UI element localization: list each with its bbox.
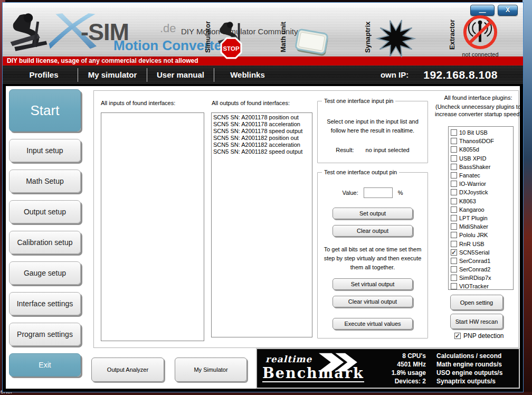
- sidebar-button[interactable]: Gauge setup: [9, 261, 81, 285]
- plugin-list-item[interactable]: SerConrad2: [451, 265, 513, 274]
- system-stat: 4501 MHz: [372, 360, 426, 369]
- menu-item-my-simulator[interactable]: My simulator: [78, 70, 147, 79]
- sidebar-button-label: Exit: [39, 361, 51, 369]
- plugin-label: DXJoystick: [459, 189, 488, 195]
- plugin-label: VIOTracker: [459, 283, 489, 289]
- plugin-label: SimRDisp7x: [459, 275, 491, 281]
- plugin-checkbox[interactable]: [451, 249, 457, 256]
- clear-virtual-output-button[interactable]: Clear virtual output: [332, 296, 413, 307]
- plugin-label: SCN5Serial: [459, 249, 489, 256]
- sidebar-button[interactable]: Output setup: [9, 200, 81, 223]
- plugin-checkbox[interactable]: [451, 266, 457, 272]
- plugin-list-item[interactable]: Pololu JRK: [451, 231, 513, 239]
- sidebar-button[interactable]: Interface settings: [9, 292, 81, 315]
- plugin-list-item[interactable]: BassShaker: [451, 163, 513, 171]
- benchmark-logo: realtime Benchmark: [261, 352, 372, 385]
- open-setting-button[interactable]: Open setting: [450, 295, 503, 310]
- output-list-item[interactable]: SCN5 SN: A2001182 position out: [213, 135, 312, 142]
- set-output-button[interactable]: Set output: [332, 208, 413, 219]
- output-list-item[interactable]: SCN5 SN: A2001182 acceleration: [213, 142, 312, 148]
- pnp-checkbox[interactable]: [454, 333, 461, 339]
- sidebar-button[interactable]: Start: [9, 89, 81, 131]
- set-virtual-output-button[interactable]: Set virtual output: [332, 278, 413, 290]
- plugin-checkbox[interactable]: [451, 189, 457, 195]
- plugin-checkbox[interactable]: [451, 241, 457, 247]
- pnp-detection-row[interactable]: PNP detection: [454, 332, 504, 340]
- plugin-list-item[interactable]: SerConrad1: [451, 257, 513, 265]
- plugin-label: Fanatec: [459, 172, 480, 178]
- plugin-checkbox[interactable]: [451, 215, 457, 221]
- plugin-checkbox[interactable]: [451, 155, 457, 162]
- plugin-list-item[interactable]: VIOTracker: [451, 282, 513, 290]
- sidebar-button-label: Start: [31, 102, 60, 119]
- status-extractor: Extractor: [448, 13, 498, 55]
- plugin-checkbox[interactable]: [451, 275, 457, 281]
- plugin-checkbox[interactable]: [451, 164, 457, 170]
- test-output-pin-title: Test one interface output pin: [322, 169, 399, 175]
- clear-output-button[interactable]: Clear output: [332, 225, 413, 237]
- menu-item-profiles[interactable]: Profiles: [10, 70, 78, 79]
- plugin-checkbox[interactable]: [451, 258, 457, 264]
- outputs-listbox[interactable]: SCN5 SN: A2001178 position outSCN5 SN: A…: [211, 112, 312, 337]
- value-input[interactable]: [364, 187, 393, 198]
- plugin-list-item[interactable]: IO-Warrior: [451, 180, 513, 188]
- plugin-list-item[interactable]: LPT Plugin: [451, 214, 513, 222]
- sidebar-button[interactable]: Input setup: [9, 139, 81, 162]
- close-button[interactable]: X: [498, 5, 518, 16]
- plugin-list-item[interactable]: DXJoystick: [451, 188, 513, 196]
- plugin-list-item[interactable]: Thanos6DOF: [451, 137, 513, 145]
- plugin-label: Kangaroo: [459, 206, 484, 213]
- sidebar-button[interactable]: Math Setup: [9, 170, 81, 193]
- simulator-label: Simulator: [204, 16, 212, 58]
- plugin-checkbox[interactable]: [451, 283, 457, 289]
- plugin-checkbox[interactable]: [451, 138, 457, 144]
- output-list-item[interactable]: SCN5 SN: A2001178 position out: [213, 114, 312, 121]
- percent-label: %: [398, 190, 403, 196]
- plugin-label: 10 Bit USB: [459, 129, 488, 136]
- inputs-list-label: All inputs of found interfaces:: [101, 100, 175, 106]
- output-list-item[interactable]: SCN5 SN: A2001178 acceleration: [213, 121, 312, 128]
- plugin-label: K8055d: [459, 146, 479, 153]
- plugin-checkbox[interactable]: [451, 129, 457, 136]
- app-header: — X -SIM .de DIY Motion Simulator Commun…: [3, 3, 523, 57]
- starburst-icon: [375, 19, 417, 60]
- plugin-list-item[interactable]: SimRDisp7x: [451, 274, 513, 282]
- sidebar-button[interactable]: Exit: [9, 353, 81, 377]
- engine-stat-row: Math engine rounds/s 94: [436, 360, 532, 369]
- plugin-list-item[interactable]: USB XPID: [451, 154, 513, 163]
- plugin-list-item[interactable]: 10 Bit USB: [451, 128, 513, 137]
- sidebar-button-label: Gauge setup: [24, 269, 66, 277]
- execute-virtual-values-button[interactable]: Execute virtual values: [332, 318, 413, 330]
- sidebar-button-label: Interface settings: [17, 299, 73, 308]
- plugin-checkbox[interactable]: [451, 232, 457, 238]
- output-list-item[interactable]: SCN5 SN: A2001178 speed output: [213, 128, 312, 135]
- plugin-checkbox[interactable]: [451, 223, 457, 230]
- pnp-label: PNP detection: [463, 332, 504, 340]
- plugin-checkbox[interactable]: [451, 146, 457, 153]
- inputs-listbox[interactable]: [101, 112, 204, 341]
- engine-stat-row: Synaptrix outputs/s 0: [436, 377, 532, 385]
- start-hw-rescan-button[interactable]: Start HW rescan: [450, 314, 503, 329]
- plugin-checkbox[interactable]: [451, 198, 457, 204]
- plugin-checkbox[interactable]: [451, 206, 457, 213]
- output-list-item[interactable]: SCN5 SN: A2001182 speed output: [213, 148, 312, 155]
- plugin-list-item[interactable]: Fanatec: [451, 171, 513, 180]
- plugin-checkbox[interactable]: [451, 172, 457, 178]
- plugin-list-item[interactable]: SCN5Serial: [451, 248, 513, 257]
- plugin-list-item[interactable]: MidiShaker: [451, 222, 513, 231]
- menu-bar: Profiles My simulator User manual Weblin…: [3, 65, 523, 84]
- plugin-list-item[interactable]: RnR USB: [451, 239, 513, 248]
- plugins-listbox[interactable]: 10 Bit USB Thanos6DOF K8055d USB XPID: [448, 126, 514, 290]
- sidebar-button[interactable]: Calibration setup: [9, 231, 81, 254]
- output-analyzer-button[interactable]: Output Analyzer: [91, 358, 164, 382]
- no-signal-icon: [462, 14, 498, 52]
- menu-item-user-manual[interactable]: User manual: [147, 70, 214, 79]
- plugin-list-item[interactable]: K8055d: [451, 145, 513, 154]
- plugin-list-item[interactable]: Kangaroo: [451, 205, 513, 214]
- menu-item-weblinks[interactable]: Weblinks: [214, 70, 281, 79]
- plugin-checkbox[interactable]: [451, 181, 457, 187]
- plugin-list-item[interactable]: K8063: [451, 197, 513, 205]
- my-simulator-button[interactable]: My Simulator: [175, 358, 247, 382]
- plugin-label: SerConrad1: [459, 258, 490, 264]
- sidebar-button[interactable]: Program settings: [9, 323, 81, 346]
